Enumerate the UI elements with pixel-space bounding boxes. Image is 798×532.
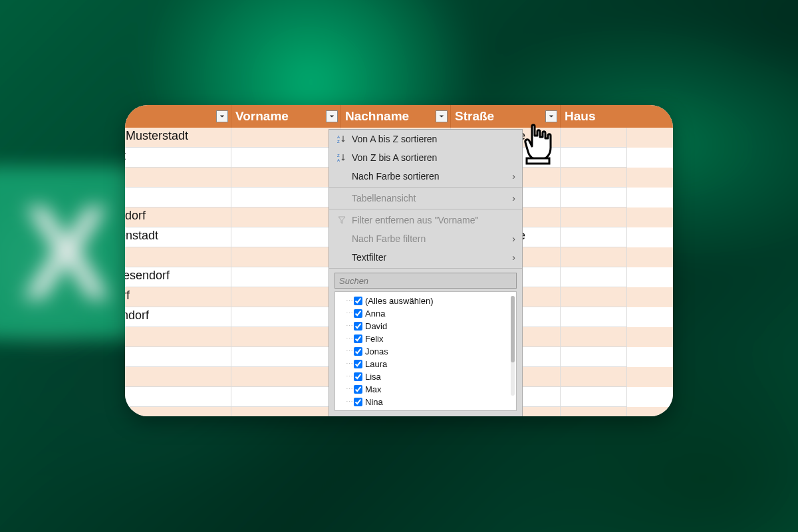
table-view: Tabellenansicht ›	[329, 189, 522, 207]
header-col-vorname[interactable]: Vorname	[231, 105, 341, 128]
table-header-row: ahl Vorname Nachname Straße	[125, 105, 673, 128]
checkbox[interactable]	[354, 372, 362, 381]
submenu-arrow-icon: ›	[512, 193, 515, 203]
filter-dropdown-icon[interactable]	[436, 110, 448, 122]
table-cell[interactable]	[231, 148, 341, 168]
sort-az[interactable]: AZ Von A bis Z sortieren	[329, 130, 522, 148]
table-cell[interactable]: geldorf	[125, 207, 231, 227]
table-cell[interactable]: adt	[125, 148, 231, 168]
filter-dropdown-icon[interactable]	[216, 110, 228, 122]
table-cell[interactable]	[231, 188, 341, 207]
filter-check-item[interactable]: ⋯Lisa	[338, 370, 513, 383]
tree-dots-icon: ⋯	[346, 360, 352, 368]
checkbox[interactable]	[354, 385, 362, 394]
table-cell[interactable]	[231, 367, 341, 387]
table-cell[interactable]	[125, 247, 231, 267]
header-label: Straße	[455, 109, 494, 124]
header-label: Nachname	[345, 109, 409, 124]
checklist-scrollbar[interactable]	[511, 296, 515, 396]
table-cell[interactable]	[125, 168, 231, 188]
table-cell[interactable]	[125, 387, 231, 407]
table-cell[interactable]	[561, 128, 627, 148]
table-cell[interactable]	[561, 387, 627, 407]
filter-check-item[interactable]: ⋯Max	[338, 383, 513, 396]
checkbox[interactable]	[354, 360, 362, 368]
table-cell[interactable]	[125, 347, 231, 367]
menu-separator	[329, 268, 522, 269]
table-cell[interactable]	[231, 387, 341, 407]
header-col-nachname[interactable]: Nachname	[341, 105, 451, 128]
menu-label: Nach Farbe sortieren	[352, 171, 440, 182]
menu-label: Filter entfernen aus "Vorname"	[352, 215, 478, 225]
table-cell[interactable]	[231, 227, 341, 247]
table-cell[interactable]	[231, 347, 341, 367]
table-cell[interactable]	[561, 168, 627, 188]
table-cell[interactable]	[231, 407, 341, 416]
table-cell[interactable]	[561, 407, 627, 416]
checkbox[interactable]	[354, 347, 362, 356]
table-cell[interactable]	[561, 307, 627, 327]
table-cell[interactable]	[231, 247, 341, 267]
check-label: Anna	[365, 309, 385, 319]
filter-dropdown-icon[interactable]	[326, 110, 338, 122]
header-col-a[interactable]: ahl	[125, 105, 231, 128]
table-cell[interactable]	[125, 367, 231, 387]
table-cell[interactable]	[125, 188, 231, 207]
table-cell[interactable]: dorf	[125, 287, 231, 307]
table-cell[interactable]	[561, 188, 627, 207]
table-cell[interactable]	[231, 128, 341, 148]
svg-text:A: A	[337, 158, 340, 162]
table-cell[interactable]	[125, 407, 231, 416]
table-cell[interactable]	[231, 267, 341, 287]
table-cell[interactable]: Wiesendorf	[125, 267, 231, 287]
menu-separator	[329, 209, 522, 209]
filter-check-item[interactable]: ⋯Laura	[338, 358, 513, 370]
filter-check-item[interactable]: ⋯Nina	[338, 396, 513, 408]
filter-check-item[interactable]: ⋯Felix	[338, 332, 513, 345]
filter-dropdown-icon[interactable]	[545, 110, 557, 122]
tree-dots-icon: ⋯	[346, 347, 352, 356]
checkbox[interactable]	[354, 398, 362, 406]
checkbox[interactable]	[354, 334, 362, 343]
table-cell[interactable]	[231, 307, 341, 327]
table-cell[interactable]: menstadt	[125, 227, 231, 247]
tree-dots-icon: ⋯	[346, 297, 352, 305]
table-cell[interactable]	[561, 247, 627, 267]
menu-separator	[329, 187, 522, 188]
checkbox[interactable]	[354, 322, 362, 331]
tree-dots-icon: ⋯	[346, 385, 352, 394]
filter-check-select-all[interactable]: ⋯ (Alles auswählen)	[338, 295, 513, 307]
sort-za-icon: ZA	[334, 153, 349, 162]
header-col-haus[interactable]: Haus	[561, 105, 627, 128]
table-cell[interactable]	[561, 327, 627, 347]
checkbox[interactable]	[354, 297, 362, 305]
table-cell[interactable]	[561, 287, 627, 307]
table-cell[interactable]	[231, 168, 341, 188]
filter-check-item[interactable]: ⋯David	[338, 320, 513, 332]
header-col-strasse[interactable]: Straße	[451, 105, 561, 128]
filter-search-input[interactable]	[334, 273, 517, 289]
table-cell[interactable]: 45 Musterstadt	[125, 128, 231, 148]
table-cell[interactable]	[561, 347, 627, 367]
sort-by-color[interactable]: Nach Farbe sortieren ›	[329, 167, 522, 186]
tree-dots-icon: ⋯	[346, 398, 352, 406]
table-cell[interactable]	[561, 227, 627, 247]
submenu-arrow-icon: ›	[512, 171, 515, 182]
table-cell[interactable]	[125, 327, 231, 347]
table-cell[interactable]	[561, 148, 627, 168]
checkbox[interactable]	[354, 309, 362, 318]
filter-check-item[interactable]: ⋯Anna	[338, 307, 513, 320]
check-label: (Alles auswählen)	[365, 296, 434, 306]
text-filter[interactable]: Textfilter ›	[329, 248, 522, 267]
sort-za[interactable]: ZA Von Z bis A sortieren	[329, 148, 522, 167]
scrollbar-thumb[interactable]	[511, 296, 515, 362]
table-cell[interactable]	[231, 327, 341, 347]
tree-dots-icon: ⋯	[346, 309, 352, 318]
table-cell[interactable]	[231, 207, 341, 227]
filter-check-item[interactable]: ⋯Jonas	[338, 345, 513, 358]
table-cell[interactable]	[561, 207, 627, 227]
table-cell[interactable]	[231, 287, 341, 307]
table-cell[interactable]	[561, 267, 627, 287]
table-cell[interactable]	[561, 367, 627, 387]
table-cell[interactable]: sendorf	[125, 307, 231, 327]
